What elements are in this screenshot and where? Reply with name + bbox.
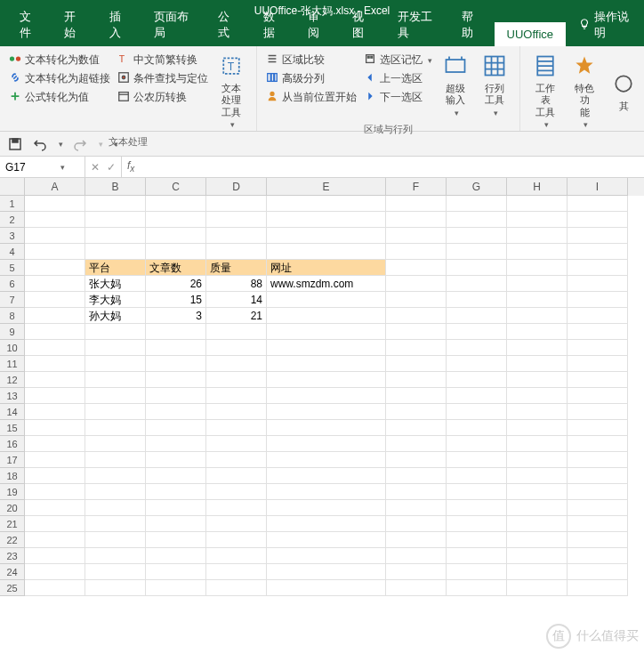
cell-A7[interactable] (25, 292, 85, 308)
row-header-2[interactable]: 2 (0, 212, 25, 228)
cell-I25[interactable] (568, 580, 628, 596)
cell-H15[interactable] (507, 420, 568, 436)
redo-button[interactable] (72, 136, 88, 152)
cell-G12[interactable] (447, 372, 507, 388)
cell-A9[interactable] (25, 324, 85, 340)
cell-E21[interactable] (267, 516, 386, 532)
cell-I12[interactable] (568, 372, 628, 388)
cell-F19[interactable] (386, 484, 447, 500)
btn-start-from-current[interactable]: 从当前位置开始 (264, 89, 358, 106)
cell-G9[interactable] (447, 324, 507, 340)
cell-C8[interactable]: 3 (146, 308, 206, 324)
row-header-15[interactable]: 15 (0, 420, 25, 436)
cell-A17[interactable] (25, 452, 85, 468)
cell-G8[interactable] (447, 308, 507, 324)
cell-D7[interactable]: 14 (206, 292, 267, 308)
btn-prev-selection[interactable]: 上一选区 (362, 70, 434, 87)
btn-conditional-find[interactable]: 条件查找与定位 (116, 70, 210, 87)
cell-F1[interactable] (386, 196, 447, 212)
cell-H5[interactable] (507, 260, 568, 276)
cell-A15[interactable] (25, 420, 85, 436)
cell-G14[interactable] (447, 404, 507, 420)
cell-G11[interactable] (447, 356, 507, 372)
cell-A1[interactable] (25, 196, 85, 212)
cell-H25[interactable] (507, 580, 568, 596)
cell-H16[interactable] (507, 436, 568, 452)
cell-D3[interactable] (206, 228, 267, 244)
cell-G23[interactable] (447, 548, 507, 564)
col-header-B[interactable]: B (85, 178, 146, 196)
cell-E7[interactable] (267, 292, 386, 308)
row-header-23[interactable]: 23 (0, 548, 25, 564)
cell-F2[interactable] (386, 212, 447, 228)
cell-F18[interactable] (386, 468, 447, 484)
select-all-corner[interactable] (0, 178, 25, 196)
cell-I4[interactable] (568, 244, 628, 260)
cell-E23[interactable] (267, 548, 386, 564)
cell-E24[interactable] (267, 564, 386, 580)
name-box[interactable]: ▾ (0, 157, 85, 177)
cell-D19[interactable] (206, 484, 267, 500)
cell-B10[interactable] (85, 340, 146, 356)
cell-I22[interactable] (568, 532, 628, 548)
cell-F3[interactable] (386, 228, 447, 244)
cell-I17[interactable] (568, 452, 628, 468)
cell-H12[interactable] (507, 372, 568, 388)
btn-super-input[interactable]: 超级 输入▾ (438, 50, 473, 121)
cell-E3[interactable] (267, 228, 386, 244)
cell-F23[interactable] (386, 548, 447, 564)
cell-E17[interactable] (267, 452, 386, 468)
cell-B19[interactable] (85, 484, 146, 500)
cell-H6[interactable] (507, 276, 568, 292)
cell-C24[interactable] (146, 564, 206, 580)
tab-file[interactable]: 文件 (7, 4, 52, 46)
col-header-G[interactable]: G (447, 178, 507, 196)
btn-simplified-traditional[interactable]: T中文简繁转换 (116, 52, 210, 69)
cell-F17[interactable] (386, 452, 447, 468)
save-button[interactable] (7, 136, 23, 152)
cell-H20[interactable] (507, 500, 568, 516)
row-header-8[interactable]: 8 (0, 308, 25, 324)
btn-worksheet-tools[interactable]: 工作表 工具▾ (527, 50, 563, 133)
cell-D16[interactable] (206, 436, 267, 452)
cell-B21[interactable] (85, 516, 146, 532)
confirm-icon[interactable]: ✓ (107, 161, 116, 174)
cell-H22[interactable] (507, 532, 568, 548)
btn-text-to-hyperlink[interactable]: 文本转化为超链接 (7, 70, 112, 87)
cell-G2[interactable] (447, 212, 507, 228)
col-header-F[interactable]: F (386, 178, 447, 196)
cell-F22[interactable] (386, 532, 447, 548)
cell-B15[interactable] (85, 420, 146, 436)
cell-A21[interactable] (25, 516, 85, 532)
cell-H24[interactable] (507, 564, 568, 580)
cell-C20[interactable] (146, 500, 206, 516)
tab-data[interactable]: 数据 (251, 4, 295, 46)
cell-H1[interactable] (507, 196, 568, 212)
cell-E1[interactable] (267, 196, 386, 212)
cell-F25[interactable] (386, 580, 447, 596)
cell-D1[interactable] (206, 196, 267, 212)
cell-E12[interactable] (267, 372, 386, 388)
cell-I13[interactable] (568, 388, 628, 404)
cell-C14[interactable] (146, 404, 206, 420)
cell-E19[interactable] (267, 484, 386, 500)
cell-A13[interactable] (25, 388, 85, 404)
chevron-down-icon[interactable]: ▾ (60, 163, 65, 172)
cell-B13[interactable] (85, 388, 146, 404)
cell-F11[interactable] (386, 356, 447, 372)
tab-developer[interactable]: 开发工具 (385, 4, 450, 46)
cell-B1[interactable] (85, 196, 146, 212)
cell-H13[interactable] (507, 388, 568, 404)
cell-C6[interactable]: 26 (146, 276, 206, 292)
cell-I24[interactable] (568, 564, 628, 580)
cell-H4[interactable] (507, 244, 568, 260)
cell-I3[interactable] (568, 228, 628, 244)
cell-A24[interactable] (25, 564, 85, 580)
cell-A16[interactable] (25, 436, 85, 452)
cell-H21[interactable] (507, 516, 568, 532)
cell-E15[interactable] (267, 420, 386, 436)
cell-F15[interactable] (386, 420, 447, 436)
cell-G7[interactable] (447, 292, 507, 308)
cell-B4[interactable] (85, 244, 146, 260)
row-header-13[interactable]: 13 (0, 388, 25, 404)
